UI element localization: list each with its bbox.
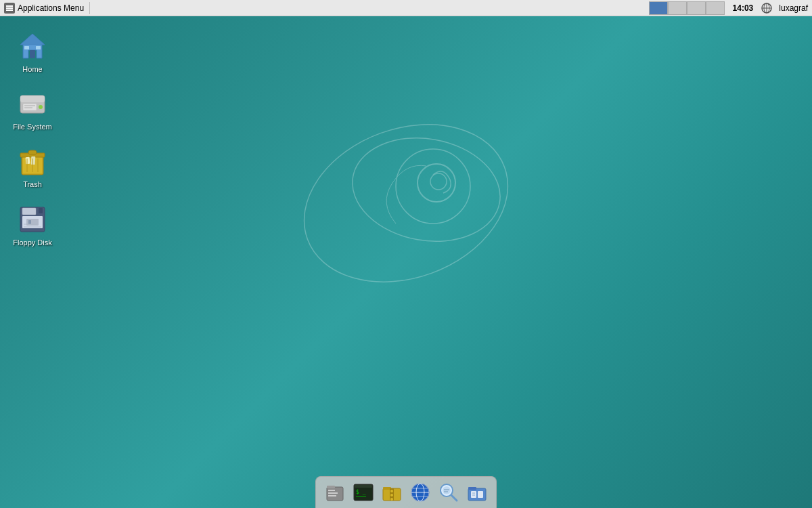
workspace-2[interactable] — [668, 1, 687, 15]
workspace-1[interactable] — [649, 1, 668, 15]
workspace-3[interactable] — [687, 1, 706, 15]
trash-icon-label: Trash — [23, 180, 42, 189]
svg-rect-69 — [478, 491, 483, 498]
svg-line-63 — [451, 495, 457, 501]
apps-menu-icon — [4, 3, 15, 14]
svg-rect-67 — [468, 487, 476, 490]
svg-rect-37 — [39, 208, 43, 213]
apps-menu-label: Applications Menu — [18, 3, 84, 13]
panel-separator — [89, 2, 90, 14]
svg-point-20 — [39, 105, 43, 109]
workspace-4[interactable] — [706, 1, 725, 15]
home-icon-label: Home — [22, 65, 42, 74]
svg-rect-68 — [471, 491, 476, 498]
svg-rect-46 — [355, 485, 372, 488]
taskbar-browser-button[interactable] — [407, 480, 434, 505]
desktop-icons-container: Home File System — [0, 22, 65, 261]
svg-rect-6 — [6, 7, 13, 9]
svg-rect-34 — [26, 219, 39, 226]
svg-rect-43 — [328, 492, 338, 494]
svg-point-53 — [390, 494, 393, 496]
bottom-taskbar: $ _ — [315, 476, 497, 508]
svg-rect-66 — [468, 488, 486, 501]
filesystem-icon-label: File System — [13, 123, 51, 131]
svg-rect-15 — [24, 46, 29, 49]
svg-rect-27 — [26, 157, 30, 164]
svg-point-1 — [344, 127, 509, 253]
desktop: Applications Menu 14:03 — [0, 0, 812, 508]
taskbar-filemanager-button[interactable] — [464, 480, 491, 505]
workspace-switcher[interactable] — [649, 1, 725, 15]
svg-rect-28 — [31, 156, 36, 165]
panel-clock: 14:03 — [727, 3, 759, 13]
home-icon-image — [16, 30, 49, 62]
svg-rect-42 — [328, 490, 335, 491]
svg-point-52 — [390, 490, 393, 492]
svg-point-0 — [291, 98, 530, 310]
svg-rect-41 — [327, 486, 335, 488]
filesystem-icon-image — [16, 87, 49, 120]
desktop-icon-trash[interactable]: Trash — [5, 142, 60, 192]
applications-menu[interactable]: Applications Menu — [0, 0, 88, 16]
desktop-icon-floppy[interactable]: Floppy Disk — [5, 200, 60, 250]
svg-marker-13 — [20, 34, 45, 45]
taskbar-terminal-button[interactable]: $ _ — [350, 480, 377, 505]
svg-rect-19 — [23, 104, 37, 110]
network-icon[interactable] — [760, 1, 773, 15]
svg-point-54 — [390, 498, 393, 501]
svg-rect-7 — [6, 9, 13, 11]
svg-rect-36 — [22, 208, 36, 215]
svg-rect-16 — [36, 46, 41, 49]
svg-rect-14 — [30, 50, 35, 58]
svg-rect-44 — [328, 495, 336, 496]
debian-swirl-decoration — [291, 68, 548, 325]
taskbar-files-button[interactable] — [321, 480, 348, 505]
desktop-icon-home[interactable]: Home — [5, 27, 60, 77]
svg-point-2 — [396, 149, 470, 224]
floppy-icon-image — [16, 203, 49, 236]
panel-right: 14:03 luxagraf — [649, 0, 812, 16]
taskbar-search-button[interactable] — [435, 480, 462, 505]
svg-point-3 — [418, 164, 455, 202]
svg-rect-5 — [6, 5, 13, 7]
svg-rect-18 — [20, 96, 45, 102]
floppy-icon-label: Floppy Disk — [13, 238, 51, 247]
svg-rect-26 — [28, 150, 37, 154]
taskbar-archive-button[interactable] — [378, 480, 405, 505]
svg-point-4 — [430, 173, 447, 190]
panel-username[interactable]: luxagraf — [775, 3, 812, 13]
top-panel: Applications Menu 14:03 — [0, 0, 812, 16]
trash-icon-image — [16, 145, 49, 177]
desktop-icon-filesystem[interactable]: File System — [5, 85, 60, 134]
svg-point-62 — [443, 486, 451, 494]
svg-rect-35 — [28, 220, 31, 224]
svg-text:$ _: $ _ — [356, 489, 366, 495]
